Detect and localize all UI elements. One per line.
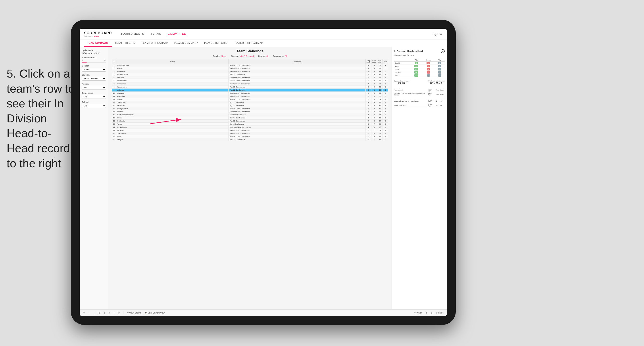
standings-row[interactable]: 18 Illinois Big Ten Conference 1 9 23 3	[112, 116, 388, 120]
nav-tournaments[interactable]: TOURNAMENTS	[121, 32, 144, 36]
cell-num: 11	[112, 95, 116, 98]
standings-row[interactable]: 8 Washington Pac-12 Conference 2 8 23 1	[112, 86, 388, 89]
subnav-team-summary[interactable]: TEAM SUMMARY	[84, 40, 112, 47]
subnav-player-summary[interactable]: PLAYER SUMMARY	[171, 40, 201, 47]
sign-out-button[interactable]: Sign out	[433, 33, 442, 36]
cell-reg-rank: 1	[366, 126, 371, 129]
toolbar-clock[interactable]: ⏱	[117, 311, 121, 314]
h2h-loss-2650: 2	[422, 68, 434, 71]
cell-conf-rank: 7	[371, 138, 377, 141]
cell-school: Vanderbilt	[116, 70, 228, 73]
cell-conf: Pac-12 Conference	[228, 138, 366, 141]
cell-num: 9	[112, 89, 116, 92]
standings-row[interactable]: 4 Arizona State Pac-12 Conference 4 9 26…	[112, 73, 388, 76]
h2h-row-top10: Top 10 3 13 0	[394, 62, 445, 65]
cell-conf-rank: 9	[371, 73, 377, 76]
sidebar-region: Region N/A	[82, 83, 106, 90]
nav-teams[interactable]: TEAMS	[151, 32, 161, 36]
standings-row[interactable]: 2 Auburn Southeastern Conference 1 9 27 …	[112, 67, 388, 70]
standings-row[interactable]: 15 Georgia Tech Atlantic Coast Conferenc…	[112, 107, 388, 110]
cell-school: New Mexico	[116, 126, 228, 129]
cell-conf-rank: 8	[371, 107, 377, 110]
standings-row[interactable]: 7 Tennessee Southeastern Conference 4 6 …	[112, 82, 388, 86]
standings-row[interactable]: 17 East Tennessee State Southern Confere…	[112, 113, 388, 116]
school-select[interactable]: (All)	[82, 104, 106, 108]
standings-row[interactable]: 23 Texas A&M Southeastern Conference 9 1…	[112, 132, 388, 135]
cell-school: Virginia	[116, 98, 228, 101]
standings-row[interactable]: 12 Virginia Atlantic Coast Conference 3 …	[112, 98, 388, 101]
col-header-win: Win	[383, 59, 388, 64]
cell-win: 2	[383, 101, 388, 104]
standings-row[interactable]: 5 Ole Miss Southeastern Conference 3 6 1…	[112, 76, 388, 79]
standings-row[interactable]: 10 Alabama Southeastern Conference 5 8 2…	[112, 92, 388, 95]
region-select[interactable]: N/A	[82, 86, 106, 90]
h2h-loss-top10: 13	[422, 62, 434, 65]
toolbar-share[interactable]: ⇧ Share	[435, 311, 445, 314]
subnav-team-h2h-grid[interactable]: TEAM H2H GRID	[112, 40, 138, 47]
cell-num: 15	[112, 107, 116, 110]
h2h-close-button[interactable]: ×	[441, 49, 445, 53]
cell-reg-rank: 1	[366, 101, 371, 104]
cell-reg-rank: 7	[366, 110, 371, 113]
cell-school: Florida	[116, 110, 228, 113]
subnav-player-h2h-grid[interactable]: PLAYER H2H GRID	[201, 40, 231, 47]
standings-row[interactable]: 24 Duke Atlantic Coast Conference 5 9 27…	[112, 135, 388, 138]
standings-row[interactable]: 6 Florida State Atlantic Coast Conferenc…	[112, 79, 388, 82]
conference-select[interactable]: (All)	[82, 95, 106, 99]
standings-row[interactable]: 16 Florida Southeastern Conference 7 9 2…	[112, 110, 388, 113]
cell-conf: Southeastern Conference	[228, 67, 366, 70]
toolbar-add[interactable]: ⊕	[103, 311, 107, 314]
subnav-player-h2h-heatmap[interactable]: PLAYER H2H HEATMAP	[231, 40, 266, 47]
toolbar-undo[interactable]: ↩	[82, 311, 86, 314]
toolbar-view-original[interactable]: 👁 View: Original	[126, 311, 143, 314]
standings-row[interactable]: 3 Vanderbilt Southeastern Conference 2 8…	[112, 70, 388, 73]
standings-row[interactable]: 25 Oregon Pac-12 Conference 5 7 21 0	[112, 138, 388, 141]
min-rounds-slider[interactable]	[82, 62, 106, 62]
standings-row[interactable]: 19 California Pac-12 Conference 4 8 24 2	[112, 120, 388, 123]
cell-num: 21	[112, 126, 116, 129]
toolbar-grid2[interactable]: ⊞	[430, 311, 434, 314]
school-label: School	[82, 101, 106, 103]
col-header-conf-rank: Conf Rank	[371, 59, 377, 64]
cell-num: 23	[112, 132, 116, 135]
h2h-tie-2650: 1	[435, 68, 445, 71]
standings-row[interactable]: 9 Arizona Pac-12 Conference 3 8 20 3	[112, 89, 388, 92]
toolbar-forward[interactable]: →	[92, 311, 96, 314]
standings-row[interactable]: 14 Oklahoma Big 12 Conference 2 9 26 2	[112, 104, 388, 107]
subnav-team-h2h-heatmap[interactable]: TEAM H2H HEATMAP	[138, 40, 171, 47]
nav-committee[interactable]: COMMITTEE	[168, 32, 186, 36]
cell-conf: Big 12 Conference	[228, 101, 366, 104]
cell-win: 3	[383, 89, 388, 92]
tablet-screen: SCOREBOARD Powered by clippd TOURNAMENTS…	[80, 29, 447, 316]
standings-row[interactable]: 1 North Carolina Atlantic Coast Conferen…	[112, 64, 388, 67]
standings-table: # School Conference Reg Rank Conf Rank R…	[112, 59, 388, 141]
cell-school: Georgia	[116, 129, 228, 132]
h2h-range-51100: 51-100	[394, 71, 410, 74]
h2h-panel: In Division Head-to-Head × University of…	[392, 47, 447, 316]
standings-row[interactable]: 22 Georgia Southeastern Conference 8 7 2…	[112, 129, 388, 132]
cell-conf: Southeastern Conference	[228, 95, 366, 98]
toolbar-back[interactable]: ←	[87, 311, 91, 314]
h2h-opponents: Opponents in division: 99.1%	[394, 80, 409, 85]
division-select[interactable]: NCAA Division I	[82, 77, 106, 81]
standings-row[interactable]: 13 Texas Tech Big 12 Conference 1 9 27 2	[112, 101, 388, 104]
toolbar-watch[interactable]: 👁 Watch	[413, 311, 424, 314]
toolbar-save-custom[interactable]: 💾 Save Custom View	[144, 311, 166, 314]
cell-num: 8	[112, 86, 116, 89]
toolbar-plus[interactable]: +	[112, 311, 116, 314]
sidebar-min-rounds: Minimum Rou... 4 20	[82, 57, 106, 62]
cell-win: 6	[383, 67, 388, 70]
gender-select[interactable]: Men's	[82, 68, 106, 72]
toolbar-circle[interactable]: ○	[108, 311, 111, 314]
standings-row[interactable]: 11 Arkansas Southeastern Conference 6 8 …	[112, 95, 388, 98]
tablet-device: SCOREBOARD Powered by clippd TOURNAMENTS…	[71, 20, 456, 325]
cell-rds: 23	[377, 132, 383, 135]
standings-row[interactable]: 20 Texas Big 12 Conference 3 7 20 0	[112, 123, 388, 126]
toolbar-screen[interactable]: 🖥	[424, 311, 428, 314]
cell-rds: 26	[377, 104, 383, 107]
cell-rds: 20	[377, 79, 383, 82]
cell-conf-rank: 9	[371, 104, 377, 107]
toolbar-grid[interactable]: ⊞	[98, 311, 102, 314]
standings-row[interactable]: 21 New Mexico Mountain West Conference 1…	[112, 126, 388, 129]
cell-win: 4	[383, 64, 388, 67]
